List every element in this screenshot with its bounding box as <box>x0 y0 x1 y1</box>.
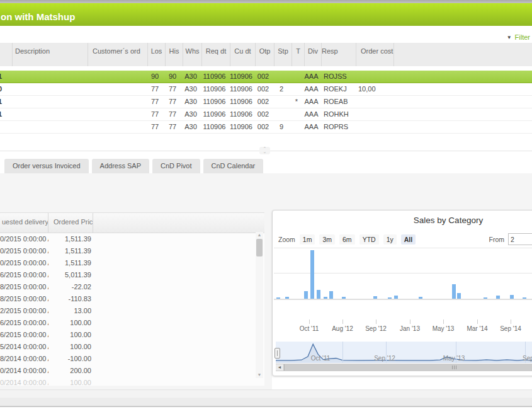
cell-stp: 2 <box>273 83 290 95</box>
column-header-customer-s-ord[interactable]: Customer´s ord <box>88 43 148 66</box>
scroll-down-icon[interactable]: ▼ <box>256 372 263 378</box>
cell-requested-delivery: 0/2014 0:00:00 AM <box>0 377 48 386</box>
order-vs-invoiced-panel: uested deliveryOrdered Price 0/2015 0:00… <box>0 212 264 386</box>
chart-navigator[interactable]: Oct '11Sep '12May '13Sep <box>276 342 532 363</box>
table-row[interactable]: 17777A30110906110906002*AAAROEAB <box>0 96 532 108</box>
app-header-bar: on with Matshup <box>0 3 532 26</box>
cell-customers_ord <box>86 83 146 95</box>
cell-ordered-price: -100.00 <box>48 353 91 365</box>
sales-chart-card: Sales by Category Zoom 1m3m6mYTD1yAll Fr… <box>272 210 532 376</box>
list-item[interactable]: 0/2015 0:00:00 AM1,511.39 <box>0 257 252 269</box>
cell-los: 77 <box>146 121 164 133</box>
column-header-edge[interactable] <box>0 43 13 66</box>
list-item[interactable]: 2/2015 0:00:00 AM13.00 <box>0 305 252 317</box>
x-axis-tick <box>410 320 410 324</box>
cell-ordered-price: -110.83 <box>48 293 91 305</box>
column-header-los[interactable]: Los <box>148 43 166 66</box>
list-item[interactable]: 6/2015 0:00:00 AM5,011.39 <box>0 269 252 281</box>
column-header-req-dt[interactable]: Req dt <box>202 43 230 66</box>
cell-requested-delivery: 6/2015 0:00:00 AM <box>0 329 48 341</box>
navigator-left-handle-icon[interactable] <box>274 348 280 359</box>
chart-scrollbar-thumb[interactable] <box>284 364 532 371</box>
x-axis-tick-label: Oct '11 <box>290 325 328 332</box>
cell-customers_ord <box>86 121 146 133</box>
cell-order_cost <box>354 96 392 108</box>
list-item[interactable]: 0/2015 0:00:00 AM1,511.39 <box>0 245 252 257</box>
cell-requested-delivery: 0/2014 0:00:00 AM <box>0 365 48 377</box>
list-item[interactable]: 0/2014 0:00:00 AM100.00 <box>0 377 252 386</box>
list-item[interactable]: 6/2015 0:00:00 AM100.00 <box>0 329 252 341</box>
column-header-order-cost[interactable]: Order cost <box>356 43 394 66</box>
invoiced-scrollbar[interactable]: ▲ ▼ <box>256 232 263 378</box>
zoom-button-all[interactable]: All <box>401 234 416 245</box>
column-header-uested-delivery[interactable]: uested delivery <box>0 213 48 233</box>
invoiced-table-body: 0/2015 0:00:00 AM1,511.390/2015 0:00:00 … <box>0 233 252 386</box>
table-row[interactable]: 7777A301109061109060029AAAROPRS <box>0 121 532 134</box>
column-header-whs[interactable]: Whs <box>183 43 202 66</box>
scroll-up-icon[interactable]: ▲ <box>256 232 263 238</box>
column-header-div[interactable]: Div <box>305 43 322 66</box>
splitter-grip-icon[interactable]: ⌃⌄ <box>259 147 270 154</box>
cell-edge: 1 <box>0 71 11 83</box>
bar-data-point <box>510 295 514 299</box>
filter-toggle[interactable]: ▼Filter <box>507 33 530 41</box>
cell-requested-delivery: 5/2014 0:00:00 AM <box>0 341 48 353</box>
cell-ordered-price: 1,511.39 <box>48 233 91 245</box>
x-axis-line <box>274 299 532 300</box>
table-row-selected[interactable]: 19090A30110906110906002AAAROJSS <box>0 71 532 83</box>
column-header-his[interactable]: His <box>166 43 183 66</box>
column-header-ordered-price[interactable]: Ordered Price <box>48 213 93 233</box>
cell-cu_dt: 110906 <box>229 96 254 108</box>
zoom-button-1m[interactable]: 1m <box>300 234 315 245</box>
list-item[interactable]: 5/2014 0:00:00 AM100.00 <box>0 341 252 353</box>
cell-cu_dt: 110906 <box>229 71 254 83</box>
from-date-input[interactable] <box>508 233 532 245</box>
zoom-button-6m[interactable]: 6m <box>339 234 355 245</box>
column-header-resp[interactable]: Resp <box>322 43 356 66</box>
bar-data-point <box>373 296 377 299</box>
tab-cnd-calendar[interactable]: CnD Calendar <box>203 159 264 173</box>
zoom-button-ytd[interactable]: YTD <box>359 234 379 245</box>
cell-order_cost <box>354 71 392 83</box>
chart-scrollbar[interactable]: ◄ <box>276 364 532 371</box>
cell-ordered-price: 100.00 <box>48 317 91 329</box>
column-header-stp[interactable]: Stp <box>274 43 292 66</box>
tab-order-versus-invoiced[interactable]: Order versus Invoiced <box>4 159 89 173</box>
cell-div: AAA <box>303 83 320 95</box>
column-header-description[interactable]: Description <box>13 43 88 66</box>
chart-title: Sales by Category <box>385 216 511 225</box>
cell-resp: ROEKJ <box>320 83 354 95</box>
cell-his: 90 <box>164 71 181 83</box>
list-item[interactable]: 6/2015 0:00:00 AM100.00 <box>0 317 252 329</box>
cell-t <box>290 83 303 95</box>
bar-data-point <box>388 297 392 299</box>
scroll-left-icon[interactable]: ◄ <box>276 364 284 371</box>
zoom-button-3m[interactable]: 3m <box>319 234 335 245</box>
bar-data-point <box>317 290 320 299</box>
bar-data-point <box>419 297 422 299</box>
column-header-cu-dt[interactable]: Cu dt <box>230 43 256 66</box>
cell-div: AAA <box>303 96 320 108</box>
table-row[interactable]: 07777A301109061109060022AAAROEKJ10,00 <box>0 83 532 96</box>
list-item[interactable]: 8/2015 0:00:00 AM-110.83 <box>0 293 252 305</box>
invoiced-scrollbar-thumb[interactable] <box>256 239 263 256</box>
cell-requested-delivery: 8/2014 0:00:00 AM <box>0 353 48 365</box>
list-item[interactable]: 0/2015 0:00:00 AM1,511.39 <box>0 233 252 245</box>
list-item[interactable]: 8/2014 0:00:00 AM-100.00 <box>0 353 252 365</box>
navigator-gridline <box>342 342 343 363</box>
cell-div: AAA <box>303 71 320 83</box>
bar-data-point <box>310 250 314 299</box>
cell-requested-delivery: 0/2015 0:00:00 AM <box>0 233 48 245</box>
table-row[interactable]: 17777A30110906110906002AAAROHKH <box>0 108 532 121</box>
list-item[interactable]: 8/2015 0:00:00 AM-22.02 <box>0 281 252 293</box>
tab-address-sap[interactable]: Address SAP <box>92 159 149 173</box>
column-header-filler <box>394 43 532 66</box>
tab-cnd-pivot[interactable]: CnD Pivot <box>152 159 200 173</box>
zoom-button-1y[interactable]: 1y <box>383 234 397 245</box>
bar-data-point <box>523 297 526 299</box>
column-header-t[interactable]: T <box>292 43 305 66</box>
x-axis-tick-label: Sep '14 <box>492 325 529 332</box>
from-label: From <box>489 236 505 243</box>
column-header-otp[interactable]: Otp <box>256 43 274 66</box>
list-item[interactable]: 0/2014 0:00:00 AM200.00 <box>0 365 252 377</box>
